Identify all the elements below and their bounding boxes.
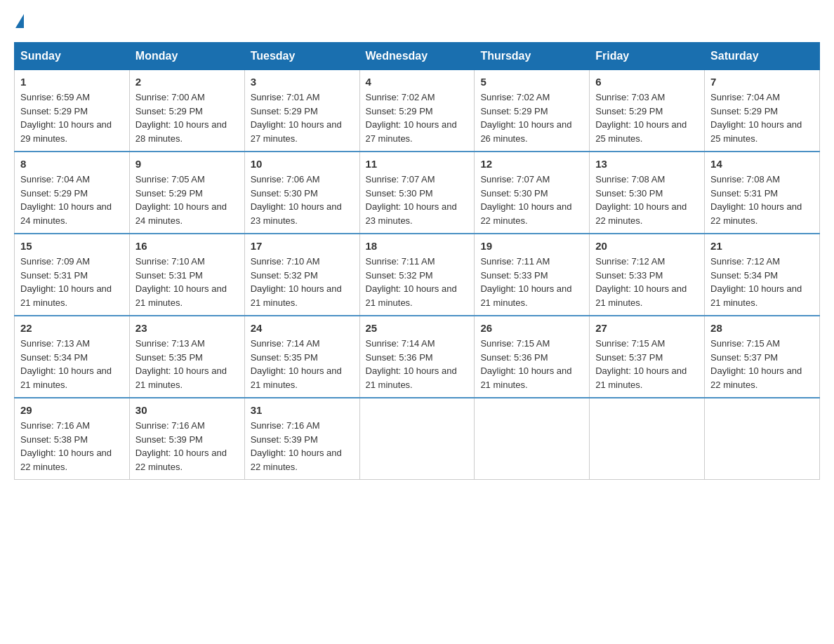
day-number: 2 xyxy=(135,76,239,88)
calendar-cell: 8 Sunrise: 7:04 AMSunset: 5:29 PMDayligh… xyxy=(15,152,130,234)
day-info: Sunrise: 7:15 AMSunset: 5:37 PMDaylight:… xyxy=(710,337,814,391)
day-info: Sunrise: 7:02 AMSunset: 5:29 PMDaylight:… xyxy=(366,90,469,145)
day-info: Sunrise: 7:14 AMSunset: 5:36 PMDaylight:… xyxy=(366,337,469,391)
day-info: Sunrise: 7:16 AMSunset: 5:38 PMDaylight:… xyxy=(20,419,124,474)
day-info: Sunrise: 7:04 AMSunset: 5:29 PMDaylight:… xyxy=(710,90,814,145)
calendar-cell: 3 Sunrise: 7:01 AMSunset: 5:29 PMDayligh… xyxy=(244,70,359,152)
day-number: 12 xyxy=(480,158,583,170)
calendar-cell: 19 Sunrise: 7:11 AMSunset: 5:33 PMDaylig… xyxy=(475,234,590,316)
day-info: Sunrise: 7:11 AMSunset: 5:32 PMDaylight:… xyxy=(366,255,469,309)
day-number: 25 xyxy=(366,322,469,334)
day-info: Sunrise: 7:13 AMSunset: 5:35 PMDaylight:… xyxy=(135,337,239,391)
calendar-cell: 6 Sunrise: 7:03 AMSunset: 5:29 PMDayligh… xyxy=(590,70,705,152)
calendar-cell: 1 Sunrise: 6:59 AMSunset: 5:29 PMDayligh… xyxy=(15,70,130,152)
day-info: Sunrise: 7:00 AMSunset: 5:29 PMDaylight:… xyxy=(135,90,239,145)
logo: Blue xyxy=(14,14,25,28)
day-info: Sunrise: 7:01 AMSunset: 5:29 PMDaylight:… xyxy=(251,90,354,145)
calendar-cell: 21 Sunrise: 7:12 AMSunset: 5:34 PMDaylig… xyxy=(705,234,820,316)
calendar-cell: 28 Sunrise: 7:15 AMSunset: 5:37 PMDaylig… xyxy=(705,316,820,398)
day-number: 19 xyxy=(480,240,583,252)
calendar-cell xyxy=(705,398,820,480)
calendar-cell xyxy=(475,398,590,480)
calendar-cell: 11 Sunrise: 7:07 AMSunset: 5:30 PMDaylig… xyxy=(359,152,475,234)
weekday-header: Friday xyxy=(590,43,705,70)
calendar-cell: 24 Sunrise: 7:14 AMSunset: 5:35 PMDaylig… xyxy=(244,316,359,398)
day-number: 17 xyxy=(251,240,354,252)
day-number: 22 xyxy=(20,322,124,334)
calendar-cell: 15 Sunrise: 7:09 AMSunset: 5:31 PMDaylig… xyxy=(15,234,130,316)
day-info: Sunrise: 7:16 AMSunset: 5:39 PMDaylight:… xyxy=(251,419,354,474)
day-info: Sunrise: 7:15 AMSunset: 5:36 PMDaylight:… xyxy=(480,337,583,391)
day-number: 3 xyxy=(251,76,354,88)
day-info: Sunrise: 7:11 AMSunset: 5:33 PMDaylight:… xyxy=(480,255,583,309)
calendar-table: SundayMondayTuesdayWednesdayThursdayFrid… xyxy=(14,42,820,480)
day-info: Sunrise: 7:10 AMSunset: 5:32 PMDaylight:… xyxy=(251,255,354,309)
calendar-cell: 4 Sunrise: 7:02 AMSunset: 5:29 PMDayligh… xyxy=(359,70,475,152)
weekday-header: Thursday xyxy=(475,43,590,70)
day-number: 21 xyxy=(710,240,814,252)
day-number: 28 xyxy=(710,322,814,334)
calendar-cell: 26 Sunrise: 7:15 AMSunset: 5:36 PMDaylig… xyxy=(475,316,590,398)
calendar-cell: 10 Sunrise: 7:06 AMSunset: 5:30 PMDaylig… xyxy=(244,152,359,234)
day-info: Sunrise: 7:13 AMSunset: 5:34 PMDaylight:… xyxy=(20,337,124,391)
day-number: 26 xyxy=(480,322,583,334)
day-info: Sunrise: 7:06 AMSunset: 5:30 PMDaylight:… xyxy=(251,173,354,227)
calendar-week-row: 8 Sunrise: 7:04 AMSunset: 5:29 PMDayligh… xyxy=(15,152,820,234)
day-info: Sunrise: 7:16 AMSunset: 5:39 PMDaylight:… xyxy=(135,419,239,474)
day-number: 9 xyxy=(135,158,239,170)
day-info: Sunrise: 7:09 AMSunset: 5:31 PMDaylight:… xyxy=(20,255,124,309)
day-info: Sunrise: 7:08 AMSunset: 5:30 PMDaylight:… xyxy=(595,173,699,227)
calendar-cell: 18 Sunrise: 7:11 AMSunset: 5:32 PMDaylig… xyxy=(359,234,475,316)
calendar-cell: 14 Sunrise: 7:08 AMSunset: 5:31 PMDaylig… xyxy=(705,152,820,234)
day-number: 30 xyxy=(135,404,239,416)
calendar-cell: 7 Sunrise: 7:04 AMSunset: 5:29 PMDayligh… xyxy=(705,70,820,152)
day-number: 5 xyxy=(480,76,583,88)
day-info: Sunrise: 7:12 AMSunset: 5:34 PMDaylight:… xyxy=(710,255,814,309)
day-number: 1 xyxy=(20,76,124,88)
day-number: 13 xyxy=(595,158,699,170)
calendar-week-row: 1 Sunrise: 6:59 AMSunset: 5:29 PMDayligh… xyxy=(15,70,820,152)
day-info: Sunrise: 7:10 AMSunset: 5:31 PMDaylight:… xyxy=(135,255,239,309)
day-info: Sunrise: 7:04 AMSunset: 5:29 PMDaylight:… xyxy=(20,173,124,227)
day-number: 8 xyxy=(20,158,124,170)
day-number: 4 xyxy=(366,76,469,88)
logo-triangle-icon xyxy=(15,14,24,28)
day-number: 23 xyxy=(135,322,239,334)
day-number: 31 xyxy=(251,404,354,416)
day-number: 15 xyxy=(20,240,124,252)
day-info: Sunrise: 7:14 AMSunset: 5:35 PMDaylight:… xyxy=(251,337,354,391)
day-info: Sunrise: 7:08 AMSunset: 5:31 PMDaylight:… xyxy=(710,173,814,227)
day-info: Sunrise: 6:59 AMSunset: 5:29 PMDaylight:… xyxy=(20,90,124,145)
calendar-cell: 13 Sunrise: 7:08 AMSunset: 5:30 PMDaylig… xyxy=(590,152,705,234)
day-number: 24 xyxy=(251,322,354,334)
day-number: 29 xyxy=(20,404,124,416)
calendar-week-row: 22 Sunrise: 7:13 AMSunset: 5:34 PMDaylig… xyxy=(15,316,820,398)
calendar-cell: 16 Sunrise: 7:10 AMSunset: 5:31 PMDaylig… xyxy=(129,234,244,316)
calendar-cell: 27 Sunrise: 7:15 AMSunset: 5:37 PMDaylig… xyxy=(590,316,705,398)
calendar-cell: 25 Sunrise: 7:14 AMSunset: 5:36 PMDaylig… xyxy=(359,316,475,398)
day-number: 16 xyxy=(135,240,239,252)
day-number: 18 xyxy=(366,240,469,252)
day-info: Sunrise: 7:15 AMSunset: 5:37 PMDaylight:… xyxy=(595,337,699,391)
calendar-cell: 20 Sunrise: 7:12 AMSunset: 5:33 PMDaylig… xyxy=(590,234,705,316)
calendar-cell: 23 Sunrise: 7:13 AMSunset: 5:35 PMDaylig… xyxy=(129,316,244,398)
calendar-cell: 5 Sunrise: 7:02 AMSunset: 5:29 PMDayligh… xyxy=(475,70,590,152)
calendar-cell: 12 Sunrise: 7:07 AMSunset: 5:30 PMDaylig… xyxy=(475,152,590,234)
calendar-header-row: SundayMondayTuesdayWednesdayThursdayFrid… xyxy=(15,43,820,70)
day-number: 14 xyxy=(710,158,814,170)
page-header: Blue xyxy=(14,14,820,28)
calendar-cell: 31 Sunrise: 7:16 AMSunset: 5:39 PMDaylig… xyxy=(244,398,359,480)
calendar-cell: 17 Sunrise: 7:10 AMSunset: 5:32 PMDaylig… xyxy=(244,234,359,316)
day-info: Sunrise: 7:03 AMSunset: 5:29 PMDaylight:… xyxy=(595,90,699,145)
day-info: Sunrise: 7:07 AMSunset: 5:30 PMDaylight:… xyxy=(366,173,469,227)
weekday-header: Sunday xyxy=(15,43,130,70)
calendar-week-row: 15 Sunrise: 7:09 AMSunset: 5:31 PMDaylig… xyxy=(15,234,820,316)
calendar-cell: 29 Sunrise: 7:16 AMSunset: 5:38 PMDaylig… xyxy=(15,398,130,480)
day-number: 10 xyxy=(251,158,354,170)
day-number: 20 xyxy=(595,240,699,252)
calendar-cell: 22 Sunrise: 7:13 AMSunset: 5:34 PMDaylig… xyxy=(15,316,130,398)
weekday-header: Tuesday xyxy=(244,43,359,70)
calendar-cell: 9 Sunrise: 7:05 AMSunset: 5:29 PMDayligh… xyxy=(129,152,244,234)
day-info: Sunrise: 7:07 AMSunset: 5:30 PMDaylight:… xyxy=(480,173,583,227)
calendar-cell xyxy=(590,398,705,480)
